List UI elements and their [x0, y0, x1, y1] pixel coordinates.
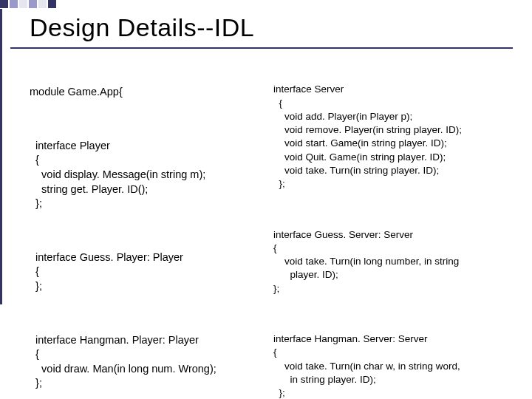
title-rule — [10, 47, 513, 49]
module-line: module Game.App{ — [30, 85, 266, 100]
slide-title: Design Details--IDL — [30, 13, 254, 42]
slide-body: module Game.App{ interface Player { void… — [30, 56, 517, 399]
server-interface-block: interface Server { void add. Player(in P… — [273, 83, 510, 191]
deco-square — [0, 0, 8, 8]
hangman-server-interface-block: interface Hangman. Server: Server { void… — [273, 332, 510, 399]
left-column: module Game.App{ interface Player { void… — [30, 56, 266, 399]
right-column: interface Server { void add. Player(in P… — [273, 56, 510, 399]
top-decoration — [0, 0, 89, 9]
deco-square — [38, 0, 47, 8]
side-line — [0, 9, 2, 304]
deco-square — [19, 0, 27, 8]
player-interface-block: interface Player { void display. Message… — [30, 139, 266, 211]
hangman-player-interface-block: interface Hangman. Player: Player { void… — [30, 333, 266, 391]
deco-square — [48, 0, 56, 8]
deco-square — [29, 0, 37, 8]
slide: Design Details--IDL module Game.App{ int… — [0, 0, 532, 399]
guess-server-interface-block: interface Guess. Server: Server { void t… — [273, 228, 510, 296]
guess-player-interface-block: interface Guess. Player: Player { }; — [30, 250, 266, 294]
deco-square — [10, 0, 18, 8]
